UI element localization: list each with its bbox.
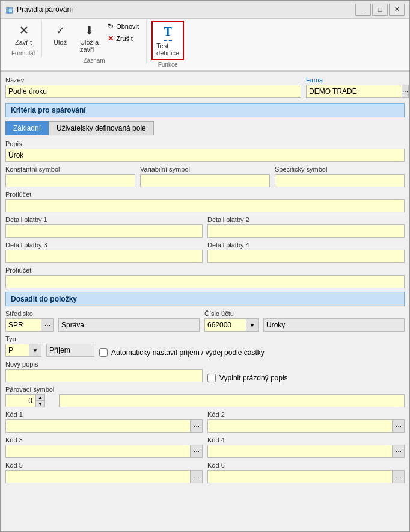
- typ-input[interactable]: [5, 344, 29, 357]
- konstantni-label: Konstantní symbol: [5, 165, 135, 173]
- kod2-group: Kód 2 ⋯: [207, 411, 405, 433]
- cislo-uctu-label: Číslo účtu: [204, 310, 259, 317]
- zrusit-button[interactable]: ✕ Zrušit: [105, 33, 141, 44]
- stredisko-text-group: [58, 310, 200, 332]
- kod1-label: Kód 1: [5, 411, 203, 418]
- parovaci-spinner-btns: ▲ ▼: [35, 394, 45, 407]
- firma-label: Firma: [306, 76, 405, 84]
- cislo-uctu-dropdown-btn[interactable]: ▼: [246, 318, 259, 332]
- tab-uzivatelsky[interactable]: Uživatelsky definovaná pole: [49, 121, 154, 135]
- kod4-label: Kód 4: [207, 436, 405, 444]
- detail34-row: Detail platby 3 Detail platby 4: [5, 241, 405, 263]
- tabs: Základní Uživatelsky definovaná pole: [5, 121, 405, 135]
- novy-popis-group: Nový popis: [5, 360, 203, 382]
- nazev-input[interactable]: [5, 85, 301, 98]
- detail4-input[interactable]: [207, 250, 405, 263]
- typ-text-group: [46, 335, 94, 357]
- variabilni-input[interactable]: [140, 174, 270, 187]
- toolbar: ✕ Zavřít Formulář ✓ Ulož ⬇ Ulož azavři: [1, 19, 409, 72]
- parovaci-input[interactable]: [5, 394, 35, 407]
- kod2-label: Kód 2: [207, 411, 405, 418]
- close-button[interactable]: ✕: [389, 4, 405, 16]
- funkce-group-label: Funkce: [151, 61, 184, 68]
- protiucet2-input[interactable]: [5, 275, 405, 288]
- kod12-row: Kód 1 ⋯ Kód 2 ⋯: [5, 411, 405, 433]
- kod1-dropdown-btn[interactable]: ⋯: [191, 419, 203, 433]
- detail1-label: Detail platby 1: [5, 216, 203, 223]
- obnovit-button[interactable]: ↻ Obnovit: [105, 21, 141, 32]
- tab-zakladni[interactable]: Základní: [5, 121, 49, 135]
- protiucet-label: Protiúčet: [5, 191, 405, 198]
- stredisko-input[interactable]: [5, 318, 41, 332]
- kod4-group: Kód 4 ⋯: [207, 436, 405, 458]
- stredisko-uctu-row: Středisko ⋯ Číslo účtu ▼: [5, 310, 405, 332]
- kod6-input[interactable]: [207, 470, 393, 483]
- kod2-input[interactable]: [207, 419, 393, 433]
- protiucet-input[interactable]: [5, 199, 405, 212]
- kod5-input[interactable]: [5, 470, 191, 483]
- vyplnit-group: Vyplnit prázdný popis: [207, 365, 405, 382]
- firma-group: Firma ⋯: [306, 76, 405, 98]
- stredisko-dropdown-btn[interactable]: ⋯: [41, 318, 54, 332]
- kod4-dropdown-btn[interactable]: ⋯: [393, 445, 405, 458]
- vyplnit-checkbox[interactable]: [207, 374, 216, 382]
- konstantni-input[interactable]: [5, 174, 135, 187]
- uloz-label: Ulož: [54, 39, 67, 46]
- typ-text-input: [46, 344, 94, 357]
- uloz-zavri-button[interactable]: ⬇ Ulož azavři: [76, 21, 103, 56]
- parovaci-text-input[interactable]: [59, 394, 405, 407]
- stredisko-group: Středisko ⋯: [5, 310, 54, 332]
- parovaci-up-btn[interactable]: ▲: [35, 394, 45, 401]
- kod3-label: Kód 3: [5, 436, 203, 444]
- kod3-input[interactable]: [5, 445, 191, 458]
- uloz-button[interactable]: ✓ Ulož: [47, 21, 73, 49]
- novy-popis-input[interactable]: [5, 369, 203, 382]
- kod3-group: Kód 3 ⋯: [5, 436, 203, 458]
- formular-group-label: Formulář: [10, 50, 37, 57]
- cislo-uctu-input[interactable]: [204, 318, 246, 332]
- title-bar-controls: − □ ✕: [355, 4, 405, 16]
- kod2-dropdown-btn[interactable]: ⋯: [393, 419, 405, 433]
- firma-dropdown-btn[interactable]: ⋯: [402, 85, 409, 98]
- formular-buttons: ✕ Zavřít: [10, 21, 37, 49]
- specificky-input[interactable]: [275, 174, 405, 187]
- specificky-label: Specifický symbol: [275, 165, 405, 173]
- test-definice-icon: T: [164, 25, 171, 41]
- variabilni-group: Variabilní symbol: [140, 165, 270, 187]
- variabilni-label: Variabilní symbol: [140, 165, 270, 173]
- detail1-input[interactable]: [5, 224, 203, 238]
- parovaci-down-btn[interactable]: ▼: [35, 401, 45, 407]
- parovaci-label: Párovací symbol: [5, 386, 54, 393]
- kod3-dropdown-btn[interactable]: ⋯: [191, 445, 203, 458]
- kod6-label: Kód 6: [207, 462, 405, 469]
- minimize-button[interactable]: −: [355, 4, 371, 16]
- popis-group: Popis: [5, 140, 405, 162]
- toolbar-group-zaznam: ✓ Ulož ⬇ Ulož azavři ↻ Obnovit ✕ Zrušit: [42, 21, 147, 64]
- typ-dropdown: ▼: [5, 344, 41, 357]
- detail12-row: Detail platby 1 Detail platby 2: [5, 216, 405, 238]
- firma-input[interactable]: [306, 85, 402, 98]
- kod6-dropdown-btn[interactable]: ⋯: [393, 470, 405, 483]
- dosadit-header: Dosadit do položky: [5, 292, 405, 306]
- uloz-zavri-icon: ⬇: [85, 24, 94, 37]
- popis-input[interactable]: [5, 149, 405, 162]
- obnovit-icon: ↻: [108, 22, 114, 31]
- parovaci-row: Párovací symbol ▲ ▼: [5, 386, 405, 407]
- zrusit-icon: ✕: [108, 34, 114, 43]
- kod1-input[interactable]: [5, 419, 191, 433]
- small-buttons: ↻ Obnovit ✕ Zrušit: [105, 21, 141, 44]
- vyplnit-checkbox-row: Vyplnit prázdný popis: [207, 374, 405, 382]
- detail4-group: Detail platby 4: [207, 241, 405, 263]
- detail3-group: Detail platby 3: [5, 241, 203, 263]
- detail3-input[interactable]: [5, 250, 203, 263]
- maximize-button[interactable]: □: [372, 4, 388, 16]
- typ-dropdown-btn[interactable]: ▼: [29, 344, 41, 357]
- zavrit-button[interactable]: ✕ Zavřít: [10, 21, 37, 49]
- kod4-input[interactable]: [207, 445, 393, 458]
- main-window: ▦ Pravidla párování − □ ✕ ✕ Zavřít Formu…: [0, 0, 410, 532]
- auto-checkbox[interactable]: [99, 348, 108, 357]
- kod5-label: Kód 5: [5, 462, 203, 469]
- test-definice-button[interactable]: T Testdefinice: [151, 21, 184, 60]
- detail2-input[interactable]: [207, 224, 405, 238]
- kod5-dropdown-btn[interactable]: ⋯: [191, 470, 203, 483]
